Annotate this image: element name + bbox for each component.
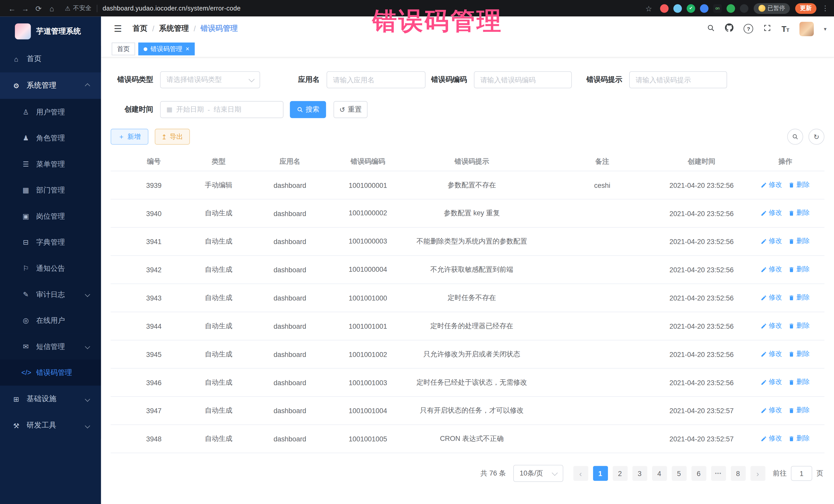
error-hint-input[interactable] (629, 71, 727, 88)
reload-icon[interactable]: ⟳ (32, 4, 45, 13)
back-icon[interactable]: ← (5, 4, 19, 13)
extension-grid-icon[interactable] (700, 4, 708, 13)
sidebar-item-role-management[interactable]: ♟角色管理 (0, 125, 101, 151)
profile-paused-badge[interactable]: 已暂停 (754, 3, 790, 13)
refresh-table-button[interactable]: ↻ (809, 129, 825, 145)
breadcrumb-item[interactable]: 错误码管理 (200, 24, 238, 34)
sidebar-item-online-user[interactable]: ◎在线用户 (0, 307, 101, 334)
pager-page-1[interactable]: 1 (593, 466, 608, 481)
row-edit-link[interactable]: 修改 (761, 265, 782, 274)
row-edit-link[interactable]: 修改 (761, 237, 782, 246)
prev-page-button[interactable]: ‹ (573, 466, 588, 481)
pager-more[interactable]: ••• (711, 466, 726, 481)
sidebar-item-infrastructure[interactable]: ⊞基础设施 (0, 386, 101, 412)
app-name-label: 应用名 (290, 75, 320, 84)
column-header: 错误码编码 (339, 153, 396, 171)
breadcrumb-item[interactable]: 系统管理 (159, 24, 189, 34)
row-code: 1001001002 (339, 340, 396, 368)
sidebar-item-home[interactable]: ⌂首页 (0, 46, 101, 72)
tab-错误码管理[interactable]: 错误码管理× (138, 43, 195, 56)
sidebar-item-label: 审计日志 (36, 290, 86, 299)
row-delete-link[interactable]: 删除 (789, 265, 810, 274)
row-delete-link[interactable]: 删除 (789, 293, 810, 302)
search-button[interactable]: 搜索 (290, 101, 326, 118)
sidebar-item-dept-management[interactable]: ▦部门管理 (0, 177, 101, 203)
github-icon[interactable] (725, 23, 734, 34)
row-edit-link[interactable]: 修改 (761, 378, 782, 387)
sidebar-item-user-management[interactable]: ♙用户管理 (0, 99, 101, 125)
caret-down-icon[interactable]: ▾ (824, 26, 827, 32)
row-edit-link[interactable]: 修改 (761, 406, 782, 415)
browser-menu-dots-icon[interactable]: ⋮ (822, 4, 829, 12)
export-button[interactable]: ↥ 导出 (154, 129, 190, 145)
sidebar-toggle-icon[interactable]: ☰ (114, 23, 122, 35)
forward-icon[interactable]: → (19, 4, 32, 13)
row-time: 2021-04-20 23:52:56 (657, 256, 746, 284)
logo[interactable]: 芋道管理系统 (0, 17, 101, 46)
row-delete-link[interactable]: 删除 (789, 434, 810, 443)
tab-首页[interactable]: 首页 (112, 43, 135, 56)
next-page-button[interactable]: › (750, 466, 765, 481)
sidebar-item-dev-tools[interactable]: ⚒研发工具 (0, 412, 101, 439)
pager-page-3[interactable]: 3 (632, 466, 647, 481)
add-button[interactable]: ＋ 新增 (111, 129, 148, 145)
address-bar[interactable]: dashboard.yudao.iocoder.cn/system/error-… (103, 5, 241, 12)
row-type: 自动生成 (197, 368, 240, 396)
pager-page-2[interactable]: 2 (613, 466, 628, 481)
pager-page-4[interactable]: 4 (652, 466, 667, 481)
app-name-input[interactable] (327, 71, 426, 88)
security-chip[interactable]: ⚠ 不安全 (65, 4, 91, 12)
error-code-input[interactable] (474, 71, 572, 88)
row-delete-link[interactable]: 删除 (789, 180, 810, 190)
row-delete-link[interactable]: 删除 (789, 237, 810, 246)
goto-page-input[interactable] (791, 466, 812, 481)
row-app: dashboard (240, 340, 339, 368)
sidebar-item-sms-management[interactable]: ✉短信管理 (0, 334, 101, 360)
logo-avatar (15, 23, 31, 39)
sidebar-item-error-code-management[interactable]: </>错误码管理 (0, 359, 101, 386)
close-icon[interactable]: × (185, 46, 190, 52)
row-edit-link[interactable]: 修改 (761, 180, 782, 190)
row-delete-link[interactable]: 删除 (789, 406, 810, 415)
extension-leaf-icon[interactable] (726, 4, 735, 13)
row-delete-link[interactable]: 删除 (789, 378, 810, 387)
row-delete-link[interactable]: 删除 (789, 350, 810, 358)
reset-button[interactable]: ↺ 重置 (334, 101, 368, 118)
sidebar-item-notice-management[interactable]: ⚐通知公告 (0, 255, 101, 282)
row-delete-link[interactable]: 删除 (789, 209, 810, 218)
sidebar-item-dict-management[interactable]: ⊟字典管理 (0, 229, 101, 255)
page-size-select[interactable]: 10条/页 (513, 465, 563, 482)
table-row: 3945自动生成dashboard1001001002只允许修改为开启或者关闭状… (111, 340, 825, 368)
search-icon[interactable] (707, 24, 715, 34)
row-edit-link[interactable]: 修改 (761, 434, 782, 443)
date-range-picker[interactable]: ▦ 开始日期 - 结束日期 (160, 101, 284, 118)
row-edit-link[interactable]: 修改 (761, 350, 782, 358)
font-size-icon[interactable]: TT (782, 24, 789, 33)
pager-page-6[interactable]: 6 (691, 466, 706, 481)
extension-red-icon[interactable] (660, 4, 668, 13)
pager-page-8[interactable]: 8 (730, 466, 745, 481)
row-edit-link[interactable]: 修改 (761, 293, 782, 302)
sidebar-item-menu-management[interactable]: ☰菜单管理 (0, 151, 101, 177)
extension-dark-icon[interactable] (740, 4, 748, 13)
user-avatar[interactable] (799, 22, 814, 36)
row-delete-link[interactable]: 删除 (789, 321, 810, 330)
fullscreen-icon[interactable] (764, 24, 771, 34)
bookmark-star-icon[interactable]: ☆ (645, 4, 652, 13)
help-icon[interactable]: ? (744, 24, 753, 34)
breadcrumb-item[interactable]: 首页 (133, 24, 148, 34)
row-edit-link[interactable]: 修改 (761, 209, 782, 218)
sidebar-item-system-management[interactable]: ⚙系统管理 (0, 72, 101, 99)
update-button[interactable]: 更新 (795, 3, 816, 13)
sidebar-item-post-management[interactable]: ▣岗位管理 (0, 203, 101, 229)
home-icon[interactable]: ⌂ (45, 4, 59, 13)
chevron-down-icon (249, 76, 255, 82)
sidebar-item-audit-log[interactable]: ✎审计日志 (0, 281, 101, 307)
extension-blue-icon[interactable] (673, 4, 682, 13)
extension-green-check-icon[interactable]: ✔ (687, 4, 695, 13)
error-type-select[interactable]: 请选择错误码类型 (160, 71, 260, 88)
extension-on-icon[interactable]: on (713, 4, 722, 13)
pager-page-5[interactable]: 5 (672, 466, 686, 481)
row-edit-link[interactable]: 修改 (761, 321, 782, 330)
toggle-search-button[interactable] (787, 129, 803, 145)
